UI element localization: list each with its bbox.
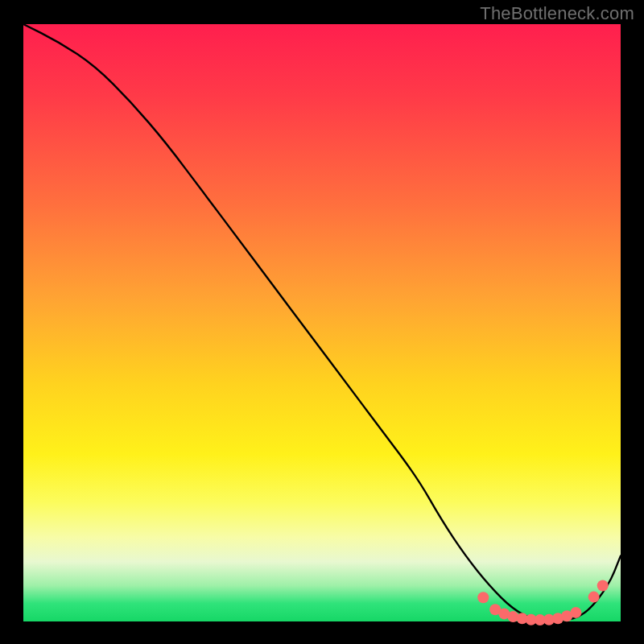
watermark-text: TheBottleneck.com — [480, 3, 634, 24]
bottleneck-curve — [23, 24, 621, 621]
curve-marker — [477, 592, 489, 603]
curve-marker — [570, 607, 581, 618]
curve-marker — [588, 592, 600, 603]
chart-frame: TheBottleneck.com — [0, 0, 644, 644]
curve-layer — [23, 24, 621, 621]
curve-markers — [477, 580, 608, 626]
plot-area — [23, 24, 621, 621]
curve-marker — [597, 580, 609, 592]
